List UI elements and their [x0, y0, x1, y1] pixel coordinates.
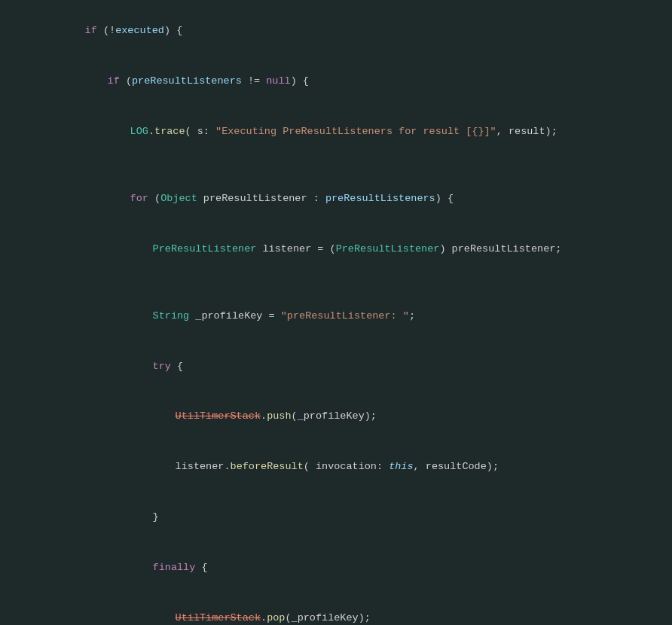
code-line: listener.beforeResult( invocation: this,…	[0, 442, 672, 492]
code-line: try {	[0, 341, 672, 392]
code-line: UtilTimerStack.pop(_profileKey);	[0, 593, 672, 625]
code-line	[0, 274, 672, 291]
code-editor: if (!executed) { if (preResultListeners …	[0, 0, 672, 625]
code-line: }	[0, 492, 672, 543]
code-line: LOG.trace( s: "Executing PreResultListen…	[0, 107, 672, 157]
code-line: if (preResultListeners != null) {	[0, 56, 672, 107]
code-line: if (!executed) {	[0, 6, 672, 56]
code-line	[0, 157, 672, 173]
code-line: String _profileKey = "preResultListener:…	[0, 291, 672, 342]
code-line: for (Object preResultListener : preResul…	[0, 174, 672, 224]
code-line: PreResultListener listener = (PreResultL…	[0, 224, 672, 274]
code-line: finally {	[0, 543, 672, 593]
code-line: UtilTimerStack.push(_profileKey);	[0, 392, 672, 442]
